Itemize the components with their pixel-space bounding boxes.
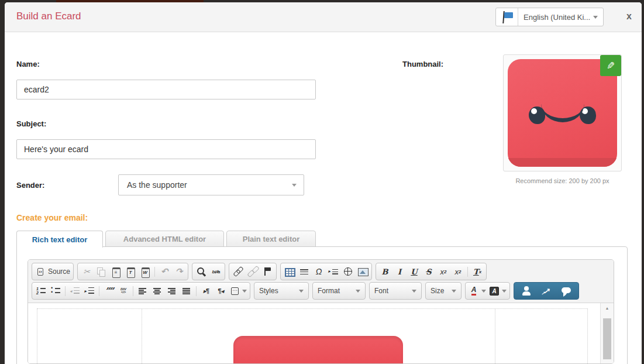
tab-advanced-html-editor[interactable]: Advanced HTML editor (105, 231, 224, 247)
iframe-icon (343, 266, 353, 277)
find-icon (196, 266, 206, 277)
tab-label: Plain text editor (243, 235, 300, 243)
page-break-icon (328, 266, 339, 277)
bidi-ltr-button[interactable]: ▸¶ (199, 283, 213, 298)
strikethrough-button[interactable]: S (422, 264, 436, 279)
name-label: Name: (16, 60, 40, 68)
tab-label: Advanced HTML editor (123, 235, 206, 243)
styles-combo-label: Styles (259, 287, 278, 295)
text-color-button[interactable] (467, 283, 487, 298)
language-select[interactable]: English (United Ki... (495, 8, 604, 26)
chevron-down-icon (452, 290, 456, 293)
tab-plain-text-editor[interactable]: Plain text editor (226, 231, 316, 247)
remove-format-icon: Tx (472, 266, 483, 277)
cut-icon (81, 266, 92, 277)
bidi-ltr-icon: ▸¶ (201, 286, 211, 296)
toolbar-group: Source (32, 263, 74, 280)
blockquote-button[interactable]: ”” (102, 283, 116, 298)
copy-button (94, 264, 108, 279)
text-color-icon (469, 286, 479, 296)
special-char-button[interactable] (312, 264, 326, 279)
toolbar-group (465, 282, 510, 300)
editor-content-area[interactable] (28, 303, 614, 363)
align-right-button[interactable] (165, 283, 179, 298)
link-icon (233, 266, 243, 277)
align-left-button[interactable] (136, 283, 150, 298)
tab-rich-text-editor[interactable]: Rich text editor (16, 231, 103, 248)
font-combo[interactable]: Font (369, 282, 422, 300)
unlink-button (246, 264, 260, 279)
edit-thumbnail-button[interactable] (600, 55, 621, 76)
name-input[interactable] (16, 80, 316, 99)
page-break-button[interactable] (326, 264, 340, 279)
italic-button[interactable]: I (392, 264, 407, 279)
align-right-icon (167, 286, 177, 296)
underline-icon: U (409, 266, 419, 277)
special-char-icon (314, 266, 324, 277)
sender-select[interactable]: As the supporter (118, 174, 304, 195)
share-button[interactable] (539, 283, 553, 298)
numbered-list-button[interactable] (34, 283, 48, 298)
chat-button[interactable] (559, 283, 573, 298)
format-combo[interactable]: Format (312, 282, 366, 300)
chat-icon (561, 286, 571, 296)
bidi-rtl-icon: ¶◂ (215, 286, 226, 296)
thumbnail-size-hint: Recommend size: 200 by 200 px (503, 177, 622, 184)
subject-input[interactable] (16, 139, 316, 159)
bulleted-list-button[interactable] (49, 283, 63, 298)
bold-button[interactable]: B (378, 264, 392, 279)
paste-text-button[interactable] (123, 264, 137, 279)
person-button[interactable] (519, 283, 533, 298)
blockquote-icon: ”” (104, 286, 114, 296)
ecard-image-preview (233, 336, 403, 363)
separator (99, 286, 99, 296)
size-combo[interactable]: Size (425, 282, 462, 300)
indent-button[interactable] (82, 283, 97, 298)
anchor-button[interactable] (260, 264, 274, 279)
toolbar-group (514, 282, 579, 300)
toolbar-group (280, 263, 372, 280)
bg-color-button[interactable] (488, 283, 508, 298)
sender-value: As the supporter (127, 180, 187, 190)
subscript-button[interactable]: x2 (436, 264, 450, 279)
align-center-button[interactable] (150, 283, 164, 298)
styles-combo[interactable]: Styles (254, 282, 309, 300)
superscript-button[interactable]: x2 (451, 264, 465, 279)
table-cell (495, 308, 588, 363)
paste-text-icon (125, 266, 136, 277)
div-container-button[interactable]: DIV</> (116, 283, 130, 298)
paste-word-button[interactable] (138, 264, 152, 279)
rich-text-editor: Sourceb⇄aBIUSx2x2Tx””DIV</>▸¶¶◂StylesFor… (27, 259, 614, 364)
remove-format-button[interactable]: Tx (470, 264, 484, 279)
find-button[interactable] (194, 264, 208, 279)
scroll-up-arrow-icon[interactable] (601, 306, 614, 310)
scrollbar-thumb[interactable] (603, 318, 611, 359)
sender-label: Sender: (16, 181, 44, 190)
horizontal-rule-button[interactable] (297, 264, 311, 279)
bg-color-icon (489, 286, 500, 296)
align-justify-button[interactable] (180, 283, 194, 298)
link-button[interactable] (231, 264, 245, 279)
editor-toolbar: Sourceb⇄aBIUSx2x2Tx””DIV</>▸¶¶◂StylesFor… (28, 260, 614, 303)
editor-scrollbar[interactable] (600, 303, 614, 363)
font-combo-label: Font (374, 287, 388, 295)
image-button[interactable] (356, 264, 370, 279)
cut-button (80, 264, 94, 279)
table-button[interactable] (283, 264, 297, 279)
close-button[interactable]: x (626, 11, 632, 22)
separator (196, 286, 197, 296)
chevron-down-icon (481, 290, 486, 293)
chevron-down-icon (299, 290, 304, 293)
redo-icon (174, 266, 184, 277)
bidi-rtl-button[interactable]: ¶◂ (213, 283, 228, 298)
underline-button[interactable]: U (407, 264, 421, 279)
italic-icon: I (394, 266, 405, 277)
language-button[interactable] (228, 283, 248, 298)
replace-button[interactable]: b⇄a (209, 264, 223, 279)
source-button[interactable]: Source (34, 264, 71, 279)
undo-icon (159, 266, 170, 277)
paste-button[interactable] (109, 264, 123, 279)
smile (541, 100, 584, 122)
paste-icon (111, 266, 121, 277)
iframe-button[interactable] (341, 264, 355, 279)
